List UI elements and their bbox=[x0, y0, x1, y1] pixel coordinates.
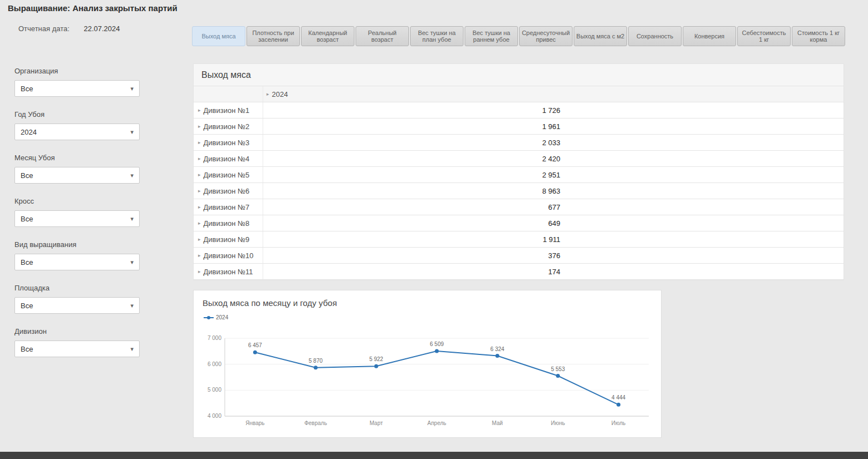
filter-block: Дивизион Все ▾ bbox=[14, 327, 140, 357]
filter-dropdown[interactable]: 2024 ▾ bbox=[14, 124, 140, 140]
tab[interactable]: Себестоимость 1 кг bbox=[737, 26, 791, 46]
value-label: 174 bbox=[548, 268, 560, 276]
division-cell[interactable]: ▸ Дивизион №5 bbox=[194, 167, 263, 182]
value-label: 2 420 bbox=[542, 155, 560, 163]
division-cell[interactable]: ▸ Дивизион №4 bbox=[194, 151, 263, 166]
tab-label: Вес тушки на раннем убое bbox=[467, 29, 516, 43]
division-cell[interactable]: ▸ Дивизион №6 bbox=[194, 183, 263, 199]
filter-label: Вид выращивания bbox=[14, 240, 140, 249]
tab[interactable]: Конверсия bbox=[683, 26, 736, 46]
chevron-down-icon: ▾ bbox=[130, 85, 134, 92]
division-cell[interactable]: ▸ Дивизион №1 bbox=[194, 102, 263, 118]
filler-cell bbox=[560, 183, 844, 199]
division-cell[interactable]: ▸ Дивизион №11 bbox=[194, 264, 263, 279]
svg-text:Июнь: Июнь bbox=[551, 420, 565, 426]
division-label: Дивизион №8 bbox=[204, 219, 250, 228]
division-label: Дивизион №1 bbox=[204, 106, 250, 115]
tab-label: Реальный возраст bbox=[358, 29, 407, 43]
tab-label: Среднесуточный привес bbox=[521, 29, 570, 43]
value-cell: 1 961 bbox=[263, 119, 560, 134]
filler-cell bbox=[560, 215, 844, 231]
svg-text:5 000: 5 000 bbox=[208, 387, 221, 393]
chevron-down-icon: ▾ bbox=[130, 302, 134, 309]
division-cell[interactable]: ▸ Дивизион №3 bbox=[194, 135, 263, 150]
table-header-row: ▸ 2024 bbox=[194, 86, 844, 102]
expand-icon: ▸ bbox=[198, 140, 201, 145]
svg-text:5 922: 5 922 bbox=[369, 356, 383, 362]
tab[interactable]: Выход мяса с м2 bbox=[574, 26, 627, 46]
year-header-cell[interactable]: ▸ 2024 bbox=[263, 86, 844, 102]
pivot-table: ▸ 2024 ▸ Дивизион №1 1 726 ▸ Дивизион №2 bbox=[194, 86, 844, 280]
svg-text:Май: Май bbox=[492, 420, 503, 426]
chevron-down-icon: ▾ bbox=[130, 346, 134, 353]
division-label: Дивизион №5 bbox=[204, 171, 250, 179]
filter-dropdown-value: Все bbox=[21, 345, 33, 353]
tab-label: Конверсия bbox=[694, 33, 724, 40]
value-label: 1 726 bbox=[542, 106, 560, 115]
tab[interactable]: Плотность при заселении bbox=[246, 26, 300, 46]
expand-icon: ▸ bbox=[198, 236, 201, 242]
filter-dropdown[interactable]: Все ▾ bbox=[14, 210, 140, 227]
svg-text:Апрель: Апрель bbox=[427, 420, 446, 426]
value-label: 1 911 bbox=[542, 235, 560, 244]
tab-label: Выход мяса с м2 bbox=[576, 33, 624, 40]
value-cell: 677 bbox=[263, 199, 560, 215]
tab[interactable]: Сохранность bbox=[628, 26, 682, 46]
value-cell: 649 bbox=[263, 215, 560, 231]
value-cell: 1 726 bbox=[263, 102, 560, 118]
division-cell[interactable]: ▸ Дивизион №9 bbox=[194, 231, 263, 247]
chevron-down-icon: ▾ bbox=[130, 215, 134, 223]
value-label: 8 963 bbox=[542, 187, 560, 195]
division-cell[interactable]: ▸ Дивизион №7 bbox=[194, 199, 263, 215]
filler-cell bbox=[560, 151, 844, 166]
division-cell[interactable]: ▸ Дивизион №8 bbox=[194, 215, 263, 231]
expand-icon: ▸ bbox=[198, 253, 201, 258]
filter-dropdown-value: Все bbox=[21, 85, 33, 93]
tab[interactable]: Стоимость 1 кг корма bbox=[792, 26, 845, 46]
value-cell: 376 bbox=[263, 248, 560, 263]
line-chart: 4 0005 0006 0007 000ЯнварьФевральМартАпр… bbox=[199, 330, 657, 436]
division-label: Дивизион №7 bbox=[204, 203, 250, 211]
filter-label: Год Убоя bbox=[14, 110, 140, 119]
filter-dropdown[interactable]: Все ▾ bbox=[14, 167, 140, 184]
expand-icon: ▸ bbox=[198, 124, 201, 129]
table-row: ▸ Дивизион №6 8 963 bbox=[194, 182, 844, 199]
division-label: Дивизион №2 bbox=[204, 122, 250, 131]
filter-dropdown[interactable]: Все ▾ bbox=[14, 80, 140, 97]
table-row: ▸ Дивизион №3 2 033 bbox=[194, 134, 844, 150]
tab[interactable]: Вес тушки на план убое bbox=[410, 26, 463, 46]
filler-cell bbox=[560, 199, 844, 215]
tab[interactable]: Выход мяса bbox=[192, 26, 245, 46]
tab[interactable]: Реальный возраст bbox=[356, 26, 409, 46]
chevron-down-icon: ▾ bbox=[130, 259, 134, 266]
division-label: Дивизион №6 bbox=[204, 187, 250, 195]
division-cell[interactable]: ▸ Дивизион №10 bbox=[194, 248, 263, 263]
division-cell[interactable]: ▸ Дивизион №2 bbox=[194, 119, 263, 134]
chart-title: Выход мяса по месяцу и году убоя bbox=[194, 290, 661, 311]
bottom-bar bbox=[0, 452, 868, 459]
filter-panel: Организация Все ▾ Год Убоя 2024 ▾ Месяц … bbox=[14, 67, 140, 371]
report-date: Отчетная дата: 22.07.2024 bbox=[18, 24, 120, 33]
filter-dropdown[interactable]: Все ▾ bbox=[14, 297, 140, 314]
chevron-down-icon: ▾ bbox=[130, 129, 134, 136]
filter-label: Кросс bbox=[14, 197, 140, 205]
expand-icon: ▸ bbox=[198, 269, 201, 274]
tab[interactable]: Календарный возраст bbox=[301, 26, 354, 46]
expand-icon: ▸ bbox=[198, 172, 201, 177]
svg-text:Январь: Январь bbox=[245, 420, 264, 426]
expand-icon: ▸ bbox=[198, 188, 201, 194]
tab[interactable]: Вес тушки на раннем убое bbox=[465, 26, 518, 46]
table-corner-cell bbox=[194, 86, 263, 102]
tab[interactable]: Среднесуточный привес bbox=[519, 26, 573, 46]
division-label: Дивизион №9 bbox=[204, 235, 250, 244]
filter-dropdown-value: Все bbox=[21, 302, 33, 310]
svg-text:Июль: Июль bbox=[611, 420, 626, 426]
filter-dropdown[interactable]: Все ▾ bbox=[14, 340, 140, 357]
tab-bar: Выход мяса Плотность при заселении Кален… bbox=[192, 26, 846, 46]
filter-dropdown[interactable]: Все ▾ bbox=[14, 254, 140, 270]
filter-block: Месяц Убоя Все ▾ bbox=[14, 154, 140, 184]
value-label: 2 951 bbox=[542, 171, 560, 179]
tab-label: Плотность при заселении bbox=[249, 29, 298, 43]
table-row: ▸ Дивизион №7 677 bbox=[194, 199, 844, 215]
filler-cell bbox=[560, 231, 844, 247]
